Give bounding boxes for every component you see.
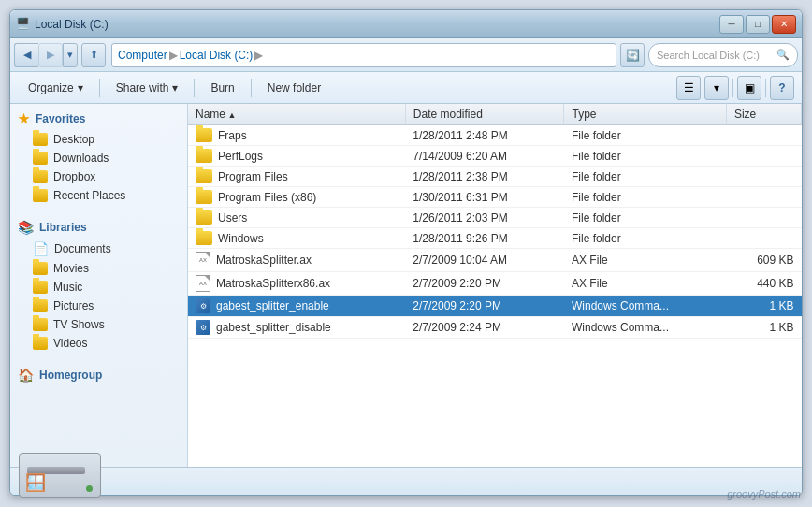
column-type[interactable]: Type bbox=[564, 104, 726, 125]
file-name-text: Windows bbox=[218, 232, 264, 245]
recent-places-folder-icon bbox=[33, 189, 48, 202]
pictures-folder-icon bbox=[33, 299, 48, 312]
folder-icon bbox=[196, 190, 212, 204]
breadcrumb-bar[interactable]: Computer ▶ Local Disk (C:) ▶ bbox=[111, 43, 616, 67]
favorites-label: Favorites bbox=[36, 112, 85, 125]
organize-chevron-icon: ▾ bbox=[78, 81, 83, 94]
search-bar[interactable]: Search Local Disk (C:) 🔍 bbox=[648, 43, 798, 67]
help-button[interactable]: ? bbox=[770, 76, 794, 100]
file-type: File folder bbox=[564, 167, 726, 187]
file-date: 1/28/2011 9:26 PM bbox=[405, 228, 564, 249]
up-button[interactable]: ⬆ bbox=[81, 43, 106, 67]
content-area: ★ Favorites Desktop Downloads Dropbox bbox=[10, 104, 802, 467]
music-folder-icon bbox=[33, 281, 48, 294]
view-dropdown-button[interactable]: ▾ bbox=[704, 76, 729, 100]
file-name-cell-perflogs: PerfLogs bbox=[188, 146, 405, 167]
sidebar-item-videos[interactable]: Videos bbox=[10, 334, 187, 353]
table-row[interactable]: AXMatroskaSplitterx86.ax2/7/2009 2:20 PM… bbox=[188, 272, 802, 296]
table-row[interactable]: ⚙gabest_splitter_enable2/7/2009 2:20 PMW… bbox=[188, 296, 802, 317]
cmd-file-icon: ⚙ bbox=[196, 298, 210, 313]
sidebar-spacer-1 bbox=[10, 209, 187, 216]
organize-button[interactable]: Organize ▾ bbox=[18, 76, 94, 100]
view-toggle-button[interactable]: ☰ bbox=[676, 76, 701, 100]
burn-button[interactable]: Burn bbox=[200, 76, 244, 100]
file-type: Windows Comma... bbox=[564, 296, 726, 317]
file-name-text: Program Files (x86) bbox=[218, 191, 316, 204]
new-folder-button[interactable]: New folder bbox=[257, 76, 331, 100]
sidebar-item-documents[interactable]: 📄 Documents bbox=[10, 239, 187, 259]
refresh-button[interactable]: 🔄 bbox=[620, 43, 645, 67]
file-table: Name Date modified Type Size Fraps1/28/2… bbox=[188, 104, 802, 339]
sidebar-item-movies[interactable]: Movies bbox=[10, 259, 187, 278]
table-row[interactable]: Windows1/28/2011 9:26 PMFile folder bbox=[188, 228, 802, 249]
file-name-text: Users bbox=[218, 211, 247, 225]
sidebar-item-tv-shows[interactable]: TV Shows bbox=[10, 315, 187, 334]
window-icon: 🖥️ bbox=[16, 17, 31, 32]
table-row[interactable]: Fraps1/28/2011 2:48 PMFile folder bbox=[188, 125, 802, 146]
sidebar-item-downloads[interactable]: Downloads bbox=[10, 149, 187, 167]
file-name-cell-matroskasplitterx86.ax: AXMatroskaSplitterx86.ax bbox=[188, 272, 405, 296]
dropdown-button[interactable]: ▾ bbox=[63, 43, 78, 67]
favorites-section: ★ Favorites Desktop Downloads Dropbox bbox=[10, 108, 187, 205]
breadcrumb-localdisk[interactable]: Local Disk (C:) bbox=[180, 49, 254, 62]
file-date: 2/7/2009 2:24 PM bbox=[405, 317, 564, 339]
table-row[interactable]: Program Files1/28/2011 2:38 PMFile folde… bbox=[188, 167, 802, 187]
table-row[interactable]: AXMatroskaSplitter.ax2/7/2009 10:04 AMAX… bbox=[188, 249, 802, 272]
file-size: 609 KB bbox=[726, 249, 801, 272]
file-type: AX File bbox=[564, 249, 726, 272]
table-row[interactable]: Program Files (x86)1/30/2011 6:31 PMFile… bbox=[188, 187, 802, 208]
sidebar-item-music[interactable]: Music bbox=[10, 278, 187, 297]
homegroup-header[interactable]: 🏠 Homegroup bbox=[10, 364, 187, 386]
file-date: 2/7/2009 2:20 PM bbox=[405, 272, 564, 296]
table-row[interactable]: Users1/26/2011 2:03 PMFile folder bbox=[188, 208, 802, 228]
libraries-label: Libraries bbox=[39, 221, 87, 234]
forward-button[interactable]: ▶ bbox=[38, 43, 63, 67]
column-size[interactable]: Size bbox=[726, 104, 801, 125]
favorites-header[interactable]: ★ Favorites bbox=[10, 108, 187, 130]
table-row[interactable]: ⚙gabest_splitter_disable2/7/2009 2:24 PM… bbox=[188, 317, 802, 339]
file-size bbox=[726, 228, 801, 249]
preview-pane-button[interactable]: ▣ bbox=[737, 76, 761, 100]
breadcrumb-sep-2: ▶ bbox=[254, 49, 263, 62]
file-type: File folder bbox=[564, 125, 726, 146]
cmd-file-icon: ⚙ bbox=[196, 320, 210, 335]
drive-body: 🪟 bbox=[19, 453, 101, 498]
breadcrumb-sep-1: ▶ bbox=[169, 49, 178, 62]
minimize-button[interactable]: ─ bbox=[719, 15, 744, 34]
file-size: 1 KB bbox=[726, 317, 801, 339]
libraries-header[interactable]: 📚 Libraries bbox=[10, 216, 187, 239]
share-button[interactable]: Share with ▾ bbox=[106, 76, 189, 100]
file-size: 440 KB bbox=[726, 272, 801, 296]
column-name[interactable]: Name bbox=[188, 104, 405, 125]
file-name-cell-program-files: Program Files bbox=[188, 167, 405, 187]
file-date: 1/28/2011 2:38 PM bbox=[405, 167, 564, 187]
back-button[interactable]: ◀ bbox=[14, 43, 38, 67]
file-name-text: MatroskaSplitter.ax bbox=[216, 254, 312, 267]
libraries-section: 📚 Libraries 📄 Documents Movies Music bbox=[10, 216, 187, 353]
titlebar-left: 🖥️ Local Disk (C:) bbox=[16, 17, 109, 32]
table-row[interactable]: PerfLogs7/14/2009 6:20 AMFile folder bbox=[188, 146, 802, 167]
explorer-window: 🖥️ Local Disk (C:) ─ □ ✕ ◀ ▶ ▾ ⬆ Compute… bbox=[9, 9, 803, 496]
sidebar-item-dropbox[interactable]: Dropbox bbox=[10, 167, 187, 186]
movies-label: Movies bbox=[53, 262, 89, 275]
close-button[interactable]: ✕ bbox=[772, 15, 796, 34]
recent-places-label: Recent Places bbox=[53, 189, 125, 202]
breadcrumb-computer[interactable]: Computer bbox=[118, 49, 167, 62]
ax-file-icon: AX bbox=[196, 252, 210, 268]
homegroup-section: 🏠 Homegroup bbox=[10, 364, 187, 386]
folder-icon bbox=[196, 169, 212, 183]
drive-led bbox=[86, 485, 93, 492]
maximize-button[interactable]: □ bbox=[746, 15, 770, 34]
file-size bbox=[726, 125, 801, 146]
addressbar: ◀ ▶ ▾ ⬆ Computer ▶ Local Disk (C:) ▶ 🔄 S… bbox=[10, 38, 802, 72]
sidebar-item-desktop[interactable]: Desktop bbox=[10, 130, 187, 149]
file-table-body: Fraps1/28/2011 2:48 PMFile folderPerfLog… bbox=[188, 125, 802, 339]
column-date-modified[interactable]: Date modified bbox=[405, 104, 564, 125]
sidebar-item-pictures[interactable]: Pictures bbox=[10, 297, 187, 315]
watermark: groovyPost.com bbox=[727, 488, 801, 500]
drive-illustration: 🪟 bbox=[19, 437, 112, 498]
sidebar-item-recent-places[interactable]: Recent Places bbox=[10, 186, 187, 205]
toolbar-separator-5 bbox=[765, 79, 766, 97]
search-icon[interactable]: 🔍 bbox=[776, 49, 790, 61]
file-name-cell-matroskasplitter.ax: AXMatroskaSplitter.ax bbox=[188, 249, 405, 272]
